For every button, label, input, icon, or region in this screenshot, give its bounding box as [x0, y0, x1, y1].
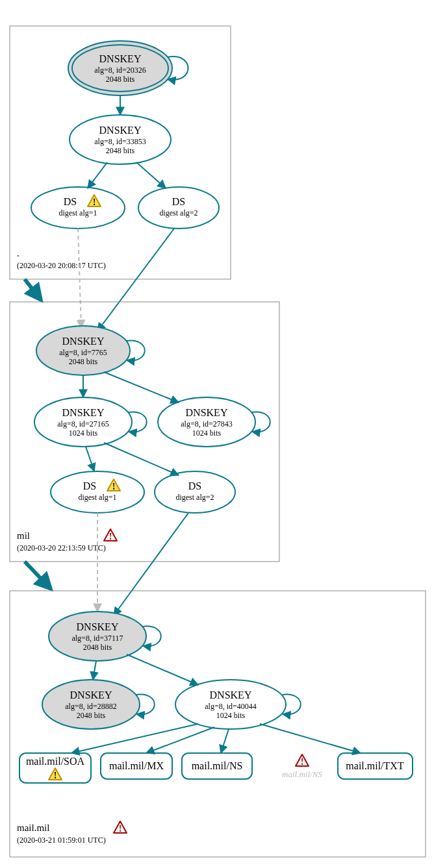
svg-text:!: ! [109, 532, 112, 541]
svg-text:DNSKEY: DNSKEY [210, 689, 252, 701]
svg-text:DNSKEY: DNSKEY [70, 689, 112, 701]
svg-text:2048 bits: 2048 bits [83, 643, 112, 652]
svg-text:alg=8, id=40044: alg=8, id=40044 [205, 702, 257, 711]
svg-text:digest alg=2: digest alg=2 [175, 493, 214, 502]
svg-text:1024 bits: 1024 bits [192, 428, 222, 438]
svg-text:1024 bits: 1024 bits [69, 428, 98, 438]
svg-text:DS: DS [83, 480, 96, 491]
error-icon: ! [104, 529, 117, 541]
svg-text:DNSKEY: DNSKEY [99, 53, 142, 64]
svg-text:2048 bits: 2048 bits [77, 711, 106, 720]
svg-text:1024 bits: 1024 bits [216, 711, 246, 720]
svg-text:DS: DS [172, 196, 185, 207]
dnssec-graph: . (2020-03-20 20:08:17 UTC) DNSKEY alg=8… [0, 0, 434, 868]
zone-mil-label: mil [17, 530, 30, 541]
edge-mil-to-mailmil-deleg [25, 562, 51, 589]
svg-text:2048 bits: 2048 bits [106, 75, 135, 84]
svg-text:alg=8, id=20326: alg=8, id=20326 [94, 66, 146, 75]
edge-ds2-to-mil-ksk [97, 229, 174, 331]
edge-root-to-mil-deleg [25, 279, 41, 300]
svg-text:!: ! [93, 197, 96, 207]
svg-text:!: ! [301, 757, 304, 767]
svg-text:DNSKEY: DNSKEY [99, 125, 142, 136]
svg-text:mail.mil/MX: mail.mil/MX [109, 760, 164, 771]
zone-mil-ts: (2020-03-20 22:13:59 UTC) [17, 543, 106, 552]
edge-milds2-to-mm-ksk [114, 513, 188, 615]
svg-text:DS: DS [64, 196, 77, 207]
svg-text:2048 bits: 2048 bits [106, 146, 135, 155]
svg-text:!: ! [54, 771, 57, 780]
zone-mailmil-ts: (2020-03-21 01:59:01 UTC) [17, 836, 106, 845]
svg-text:mail.mil/TXT: mail.mil/TXT [346, 760, 404, 771]
svg-text:digest alg=2: digest alg=2 [159, 208, 198, 217]
edge-root-zsk-ds2 [136, 162, 166, 188]
rr-ns-ghost: mail.mil/NS [282, 769, 322, 779]
svg-text:mail.mil/NS: mail.mil/NS [192, 760, 243, 771]
error-icon: ! [296, 754, 309, 767]
node-root-ds2 [138, 187, 219, 229]
svg-text:alg=8, id=28882: alg=8, id=28882 [65, 702, 117, 711]
node-root-ds1 [31, 187, 125, 229]
svg-text:DNSKEY: DNSKEY [62, 407, 105, 418]
zone-mailmil-label: mail.mil [17, 823, 49, 833]
svg-text:2048 bits: 2048 bits [69, 357, 98, 366]
svg-text:!: ! [112, 482, 116, 491]
svg-text:digest alg=1: digest alg=1 [78, 493, 116, 502]
edge-root-zsk-ds1 [88, 162, 107, 188]
error-icon: ! [114, 821, 127, 834]
svg-text:!: ! [119, 824, 122, 834]
zone-root-label: . [17, 248, 19, 258]
zone-root-ts: (2020-03-20 20:08:17 UTC) [17, 261, 106, 270]
node-mil-ds2 [155, 471, 235, 513]
svg-text:DNSKEY: DNSKEY [186, 407, 228, 418]
svg-text:alg=8, id=33853: alg=8, id=33853 [94, 137, 146, 146]
svg-text:alg=8, id=27165: alg=8, id=27165 [57, 419, 109, 428]
svg-text:DNSKEY: DNSKEY [62, 336, 105, 347]
svg-text:DNSKEY: DNSKEY [77, 621, 119, 632]
svg-text:alg=8, id=37117: alg=8, id=37117 [71, 634, 123, 643]
svg-text:alg=8, id=27843: alg=8, id=27843 [181, 419, 233, 428]
svg-text:DS: DS [188, 480, 201, 491]
node-mil-ds1 [51, 471, 144, 513]
svg-text:alg=8, id=7765: alg=8, id=7765 [59, 348, 107, 357]
svg-text:mail.mil/SOA: mail.mil/SOA [26, 756, 85, 767]
edge-ds1-to-mil-ksk [78, 229, 81, 328]
svg-text:digest alg=1: digest alg=1 [58, 208, 97, 217]
